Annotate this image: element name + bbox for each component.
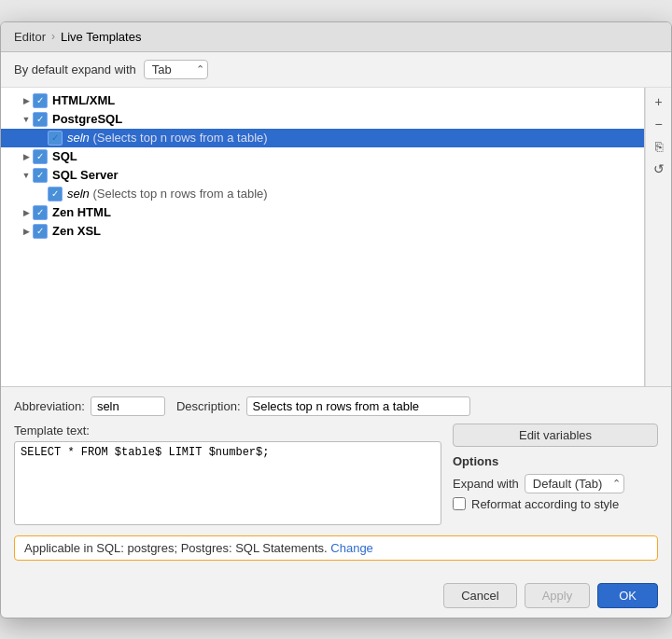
label-html-xml: HTML/XML — [52, 93, 115, 107]
checkbox-seln-ss[interactable]: ✓ — [48, 187, 63, 201]
expander-postgresql — [20, 113, 33, 126]
tree-item-seln-ss[interactable]: ✓ seln (Selects top n rows from a table) — [1, 185, 644, 203]
label-postgresql: PostgreSQL — [52, 112, 122, 126]
expand-with-detail-select-wrap[interactable]: Default (Tab) Tab Enter Space ⌃ — [525, 474, 624, 493]
add-button[interactable]: + — [649, 91, 669, 112]
expand-with-row: Expand with Default (Tab) Tab Enter Spac… — [453, 474, 658, 493]
template-left: Template text: SELECT * FROM $table$ LIM… — [14, 424, 441, 528]
expand-with-select[interactable]: Tab Enter Space — [144, 60, 208, 79]
breadcrumb-live-templates: Live Templates — [61, 30, 141, 44]
label-sql: SQL — [52, 149, 77, 163]
label-seln-pg: seln (Selects top n rows from a table) — [67, 131, 268, 145]
copy-button[interactable]: ⎘ — [649, 136, 669, 157]
abbreviation-label: Abbreviation: — [14, 399, 85, 413]
edit-variables-button[interactable]: Edit variables — [453, 424, 658, 447]
abbreviation-group: Abbreviation: — [14, 396, 165, 416]
checkbox-html-xml[interactable]: ✓ — [33, 93, 48, 108]
expander-zen-xsl — [20, 225, 33, 238]
reformat-row: Reformat according to style — [453, 497, 658, 511]
expander-sql-server — [20, 169, 33, 182]
cancel-button[interactable]: Cancel — [443, 583, 516, 608]
label-sql-server: SQL Server — [52, 168, 119, 182]
tree-item-sql[interactable]: ✓ SQL — [1, 147, 644, 166]
expander-zen-html — [20, 206, 33, 219]
description-label: Description: — [176, 399, 241, 413]
reformat-checkbox[interactable] — [453, 497, 466, 510]
description-group: Description: — [176, 396, 470, 416]
checkbox-zen-html[interactable]: ✓ — [33, 205, 48, 220]
expand-with-label: By default expand with — [14, 63, 136, 76]
label-seln-ss: seln (Selects top n rows from a table) — [67, 187, 268, 201]
checkbox-sql[interactable]: ✓ — [33, 149, 48, 164]
options-section: Options Expand with Default (Tab) Tab En… — [453, 454, 658, 511]
expander-sql — [20, 150, 33, 163]
label-zen-xsl: Zen XSL — [52, 224, 101, 238]
template-text-label: Template text: — [14, 424, 441, 438]
tree-item-sql-server[interactable]: ✓ SQL Server — [1, 166, 644, 185]
tree-item-zen-xsl[interactable]: ✓ Zen XSL — [1, 222, 644, 241]
checkbox-zen-xsl[interactable]: ✓ — [33, 224, 48, 239]
breadcrumb-editor: Editor — [14, 30, 46, 44]
tree-item-html-xml[interactable]: ✓ HTML/XML — [1, 91, 644, 110]
template-tree[interactable]: ✓ HTML/XML ✓ PostgreSQL ✓ seln (Selects … — [1, 88, 645, 386]
label-zen-html: Zen HTML — [52, 205, 111, 219]
detail-section: Abbreviation: Description: Template text… — [1, 386, 671, 577]
description-input[interactable] — [246, 396, 470, 416]
template-row: Template text: SELECT * FROM $table$ LIM… — [14, 424, 658, 528]
expand-with-select-wrap[interactable]: Tab Enter Space ⌃ — [144, 60, 208, 79]
live-templates-dialog: Editor › Live Templates By default expan… — [0, 21, 672, 618]
applicable-text: Applicable in SQL: postgres; Postgres: S… — [24, 541, 328, 555]
reformat-label: Reformat according to style — [471, 497, 619, 511]
side-toolbar: + − ⎘ ↺ — [645, 88, 671, 386]
ok-button[interactable]: OK — [597, 583, 658, 608]
checkbox-postgresql[interactable]: ✓ — [33, 112, 48, 127]
template-textarea[interactable]: SELECT * FROM $table$ LIMIT $number$; — [14, 441, 441, 525]
button-row: Cancel Apply OK — [1, 577, 671, 618]
expand-with-section: By default expand with Tab Enter Space ⌃ — [1, 52, 671, 88]
meta-row: Abbreviation: Description: — [14, 396, 658, 416]
template-right: Edit variables Options Expand with Defau… — [453, 424, 658, 528]
checkbox-sql-server[interactable]: ✓ — [33, 168, 48, 183]
main-content: ✓ HTML/XML ✓ PostgreSQL ✓ seln (Selects … — [1, 88, 671, 386]
tree-item-seln-pg[interactable]: ✓ seln (Selects top n rows from a table) — [1, 129, 644, 147]
checkbox-seln-pg[interactable]: ✓ — [48, 131, 63, 146]
apply-button[interactable]: Apply — [525, 583, 591, 608]
tree-item-zen-html[interactable]: ✓ Zen HTML — [1, 203, 644, 222]
applicable-row: Applicable in SQL: postgres; Postgres: S… — [14, 535, 658, 561]
expander-html-xml — [20, 94, 33, 107]
remove-button[interactable]: − — [649, 114, 669, 134]
expand-with-detail-select[interactable]: Default (Tab) Tab Enter Space — [525, 474, 624, 493]
options-label: Options — [453, 454, 658, 468]
expand-with-detail-label: Expand with — [453, 477, 519, 491]
dialog-header: Editor › Live Templates — [1, 22, 671, 52]
breadcrumb-separator: › — [51, 30, 55, 43]
tree-item-postgresql[interactable]: ✓ PostgreSQL — [1, 110, 644, 129]
change-link[interactable]: Change — [330, 541, 373, 555]
undo-button[interactable]: ↺ — [649, 159, 669, 179]
abbreviation-input[interactable] — [91, 396, 165, 416]
